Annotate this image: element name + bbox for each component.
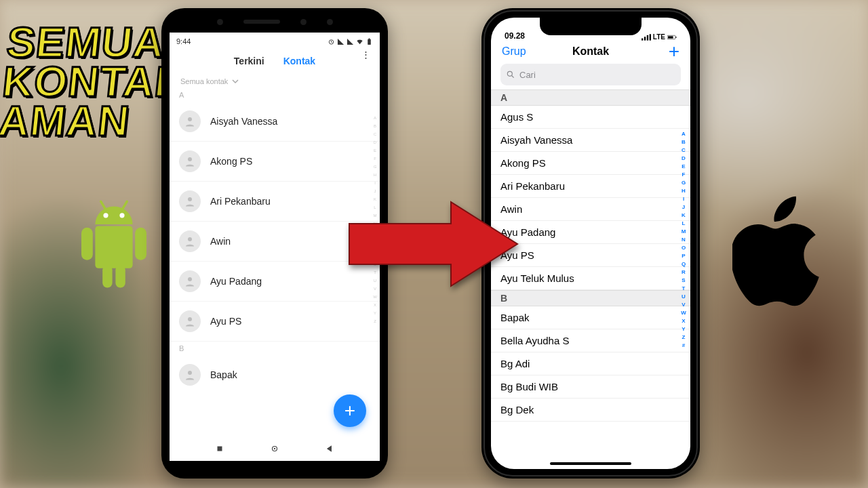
- svg-point-18: [188, 371, 192, 375]
- contact-name: Bapak: [210, 369, 237, 380]
- avatar-icon: [179, 364, 201, 386]
- contact-row[interactable]: Aisyah Vanessa: [170, 102, 380, 141]
- headline-line2: KONTAK: [1, 62, 189, 102]
- contact-name: Ayu Padang: [210, 276, 262, 287]
- filter-label: Semua kontak: [180, 77, 228, 85]
- svg-rect-11: [369, 38, 370, 39]
- svg-point-13: [188, 157, 192, 161]
- svg-rect-27: [675, 36, 676, 37]
- contact-row[interactable]: Bapak: [491, 306, 690, 329]
- svg-point-17: [188, 317, 192, 321]
- contact-row[interactable]: Akong PS: [170, 141, 380, 181]
- svg-rect-4: [95, 226, 132, 268]
- svg-line-5: [101, 201, 106, 209]
- ios-status-time: 09.28: [505, 31, 525, 41]
- contact-row[interactable]: Bg Adi: [491, 352, 690, 375]
- groups-button[interactable]: Grup: [502, 45, 526, 58]
- alarm-icon: [328, 38, 335, 45]
- contact-row[interactable]: Ayu PS: [170, 301, 380, 341]
- wifi-icon: [356, 38, 363, 45]
- svg-rect-1: [135, 228, 146, 260]
- contact-row[interactable]: Bella Ayudha S: [491, 329, 690, 352]
- svg-rect-28: [668, 36, 673, 38]
- search-field[interactable]: Cari: [500, 64, 681, 85]
- contact-name: Akong PS: [210, 156, 252, 167]
- ios-status-icons: LTE: [642, 33, 677, 41]
- search-placeholder: Cari: [519, 70, 536, 80]
- tab-contacts[interactable]: Kontak: [283, 56, 315, 66]
- ios-index-scrubber[interactable]: ABCDEFGHIJKLMNOPQRSTUVWXYZ#: [679, 130, 688, 350]
- avatar-icon: [179, 310, 201, 332]
- svg-rect-10: [368, 39, 371, 44]
- contact-name: Ari Pekanbaru: [210, 196, 271, 207]
- section-header: B: [491, 290, 690, 306]
- svg-point-12: [188, 117, 192, 121]
- headline-line3: AMAN: [0, 102, 184, 141]
- svg-line-6: [122, 201, 127, 209]
- chevron-down-icon: [232, 78, 239, 85]
- arrow-icon: [342, 197, 526, 291]
- svg-line-30: [512, 76, 514, 78]
- android-status-icons: [328, 38, 373, 45]
- nav-back-icon[interactable]: [325, 444, 334, 455]
- cell-signal-icon: [642, 34, 651, 41]
- tab-recent[interactable]: Terkini: [234, 56, 264, 66]
- section-header: B: [170, 341, 380, 355]
- svg-rect-19: [218, 446, 222, 451]
- contact-row[interactable]: Ari Pekanbaru: [491, 175, 690, 198]
- contact-row[interactable]: Bg Budi WIB: [491, 375, 690, 399]
- avatar-icon: [179, 270, 201, 292]
- android-nav-bar: [170, 438, 380, 461]
- signal-icon: [337, 38, 344, 45]
- contact-name: Aisyah Vanessa: [210, 116, 277, 127]
- svg-point-29: [507, 71, 512, 76]
- signal-icon: [347, 38, 354, 45]
- svg-rect-3: [115, 265, 125, 288]
- section-header: A: [491, 89, 690, 106]
- avatar-icon: [179, 150, 201, 172]
- contact-row[interactable]: Aisyah Vanessa: [491, 129, 690, 152]
- contact-row[interactable]: Akong PS: [491, 152, 690, 175]
- notch: [540, 18, 642, 35]
- battery-icon: [366, 38, 373, 45]
- contact-row[interactable]: Bapak: [170, 355, 380, 394]
- contacts-filter[interactable]: Semua kontak: [170, 72, 380, 88]
- svg-rect-22: [642, 38, 643, 40]
- nav-home-icon[interactable]: [270, 444, 279, 455]
- section-header: A: [170, 88, 380, 102]
- svg-rect-0: [81, 228, 93, 260]
- android-status-bar: 9:44: [170, 33, 380, 50]
- contact-name: Awin: [210, 236, 231, 247]
- svg-rect-25: [650, 34, 651, 40]
- svg-point-7: [103, 213, 108, 218]
- add-contact-button[interactable]: +: [669, 45, 679, 58]
- avatar-icon: [179, 110, 201, 132]
- svg-point-14: [188, 197, 192, 201]
- contact-name: Ayu PS: [210, 316, 241, 327]
- android-status-time: 9:44: [176, 37, 191, 45]
- contact-row[interactable]: Bg Dek: [491, 399, 690, 422]
- svg-rect-2: [102, 265, 112, 288]
- avatar-icon: [179, 230, 201, 252]
- svg-point-8: [119, 213, 124, 218]
- nav-recents-icon[interactable]: [215, 444, 224, 455]
- svg-point-15: [188, 237, 192, 241]
- android-tab-bar: Terkini Kontak ⋮: [170, 50, 380, 72]
- add-contact-fab[interactable]: +: [334, 394, 366, 427]
- avatar-icon: [179, 190, 201, 212]
- home-indicator[interactable]: [550, 462, 631, 465]
- apple-logo-icon: [732, 195, 827, 313]
- svg-rect-23: [644, 37, 646, 40]
- network-label: LTE: [653, 33, 665, 41]
- contact-row[interactable]: Agus S: [491, 106, 690, 129]
- overflow-menu-icon[interactable]: ⋮: [361, 53, 370, 56]
- android-logo-icon: [73, 190, 155, 294]
- battery-icon: [667, 34, 677, 41]
- svg-point-16: [188, 277, 192, 281]
- svg-rect-24: [647, 35, 648, 40]
- search-icon: [506, 70, 515, 79]
- ios-nav-bar: Grup Kontak +: [491, 42, 690, 62]
- svg-point-21: [274, 447, 275, 449]
